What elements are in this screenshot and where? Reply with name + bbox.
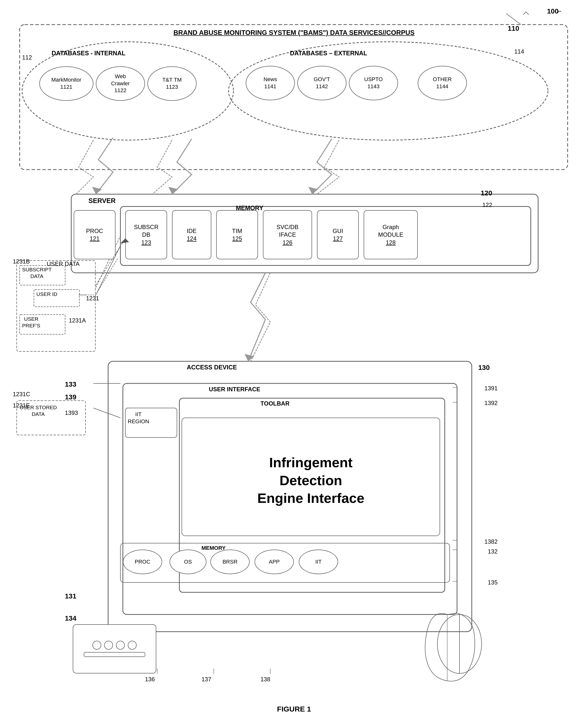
svg-marker-21 xyxy=(92,187,102,194)
server-label: SERVER xyxy=(88,196,116,205)
ref-112: 112 xyxy=(22,54,32,61)
ref-138: 138 xyxy=(260,676,270,683)
ref-1231b: 1231B xyxy=(13,258,30,265)
ref-136: 136 xyxy=(145,676,155,683)
ref-1231: 1231 xyxy=(86,295,99,302)
svg-marker-22 xyxy=(168,187,178,194)
diagram-lines xyxy=(0,0,588,728)
graph-module-128: GraphMODULE128 xyxy=(364,210,418,259)
ref-134: 134 xyxy=(65,615,77,622)
svg-line-29 xyxy=(97,258,118,292)
db-webcrawler: WebCrawler1122 xyxy=(96,66,145,101)
svg-marker-24 xyxy=(245,354,254,361)
ref-135: 135 xyxy=(488,579,498,586)
ref-139: 139 xyxy=(65,393,77,401)
infringement-label: InfringementDetectionEngine Interface xyxy=(257,454,364,507)
proc-access: PROC xyxy=(123,549,162,574)
os-ellipse: OS xyxy=(170,549,206,574)
ref-131: 131 xyxy=(65,592,77,600)
ref-1392: 1392 xyxy=(485,400,498,407)
user-prefs: USERPREF'S xyxy=(22,316,40,329)
ref-114: 114 xyxy=(514,48,524,55)
svg-point-18 xyxy=(437,615,482,673)
db-govt: GOV'T1142 xyxy=(297,66,346,100)
tim-125: TIM125 xyxy=(216,210,258,259)
ref-1391: 1391 xyxy=(485,385,498,392)
ref-1231a: 1231A xyxy=(69,317,86,324)
db-tntm: T&T TM1123 xyxy=(147,66,196,101)
ref-120: 120 xyxy=(481,189,492,197)
user-id: USER ID xyxy=(36,291,57,297)
brsr-ellipse: BRSR xyxy=(210,549,250,574)
databases-internal-label: DATABASES - INTERNAL xyxy=(51,49,125,57)
ref-1393: 1393 xyxy=(65,410,78,416)
ref-137: 137 xyxy=(202,676,211,683)
subscr-db-123: SUBSCRDB123 xyxy=(125,210,167,259)
svcdb-126: SVC/DBIFACE126 xyxy=(263,210,312,259)
ref-122: 122 xyxy=(482,202,492,208)
ref-100: 100 xyxy=(547,7,559,15)
gui-127: GUI127 xyxy=(317,210,359,259)
figure-caption: FIGURE 1 xyxy=(277,705,311,713)
app-ellipse: APP xyxy=(255,549,294,574)
ref-132: 132 xyxy=(488,548,498,555)
ref-1382: 1382 xyxy=(485,538,498,545)
db-uspto: USPTO1143 xyxy=(349,66,398,100)
ref-110: 110 xyxy=(508,25,519,33)
databases-external-label: DATABASES – EXTERNAL xyxy=(290,49,367,57)
svg-marker-23 xyxy=(308,187,318,194)
subscript-data: SUBSCRIPTDATA xyxy=(22,266,51,280)
svg-rect-0 xyxy=(20,25,568,170)
svg-line-31 xyxy=(93,408,120,418)
db-news: News1141 xyxy=(246,66,295,100)
svg-line-20 xyxy=(506,14,521,25)
ref-130: 130 xyxy=(478,364,490,372)
user-stored-data: USER STOREDDATA xyxy=(20,404,57,418)
bams-title: BRAND ABUSE MONITORING SYSTEM ("BAMS") D… xyxy=(173,29,415,37)
ref-1231c: 1231C xyxy=(13,391,30,398)
user-interface-label: USER INTERFACE xyxy=(209,386,260,393)
ref-133: 133 xyxy=(65,380,77,388)
diagram: 100 ⌐ 110 BRAND ABUSE MONITORING SYSTEM … xyxy=(0,0,588,728)
keyboard-box xyxy=(73,624,156,673)
toolbar-label: TOOLBAR xyxy=(260,400,290,407)
db-other: OTHER1144 xyxy=(418,66,467,100)
iit-region-label: IITREGION xyxy=(128,411,149,425)
iit-ellipse: IIT xyxy=(299,549,338,574)
proc-121: PROC121 xyxy=(74,210,115,259)
detail-lines xyxy=(0,0,588,728)
db-markmonitor: MarkMonitor1121 xyxy=(39,66,93,101)
access-device-label: ACCESS DEVICE xyxy=(187,363,237,371)
ide-124: IDE124 xyxy=(172,210,211,259)
